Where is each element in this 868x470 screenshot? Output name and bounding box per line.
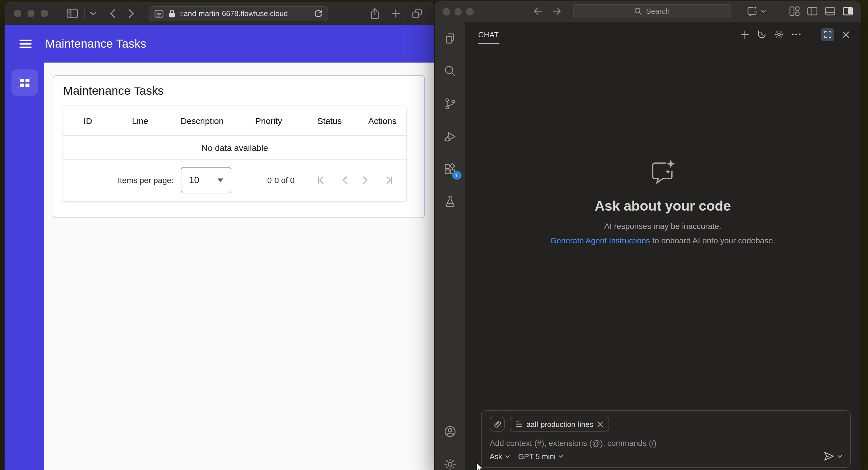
window-minimize-button[interactable] [454,8,462,15]
customize-layout-icon[interactable] [789,6,800,16]
attach-context-button[interactable] [490,417,505,432]
mode-dropdown[interactable]: Ask [490,452,509,461]
activity-bar-bottom [442,424,458,470]
context-chip[interactable]: aall-production-lines [510,417,609,432]
column-header-line[interactable]: Line [113,116,167,125]
navigate-back-icon[interactable] [533,7,542,15]
back-button[interactable] [110,9,116,19]
activity-bar: 1 [435,22,465,470]
lock-icon [168,9,175,18]
remove-context-icon[interactable] [597,421,603,427]
page-size-select[interactable]: 10 [181,167,231,193]
tab-overview-icon[interactable] [412,9,422,19]
chevron-down-icon [558,455,563,458]
window-close-button[interactable] [443,8,450,15]
send-group [824,451,842,461]
first-page-button[interactable] [317,175,327,185]
send-icon[interactable] [824,451,834,461]
safari-window: sand-martin-6678.flowfuse.cloud [5,2,434,470]
window-minimize-button[interactable] [27,10,34,17]
maximize-panel-button[interactable] [821,28,834,41]
vscode-titlebar: Search [435,1,861,22]
symbol-list-icon [516,421,522,427]
pagination-nav [317,175,394,185]
command-center-search[interactable]: Search [573,4,732,19]
chevron-down-icon[interactable] [90,11,96,15]
generate-agent-instructions-link[interactable]: Generate Agent Instructions [551,236,650,245]
page-menu-icon[interactable] [154,9,163,18]
chat-actions [741,28,849,41]
vscode-window: Search [435,1,861,470]
chat-attachments-row: aall-production-lines [490,417,842,432]
toggle-secondary-sidebar-icon[interactable] [843,7,853,15]
window-close-button[interactable] [14,10,21,17]
chat-settings-gear-icon[interactable] [774,30,784,39]
window-controls [443,8,473,15]
column-header-priority[interactable]: Priority [237,116,301,125]
column-header-actions[interactable]: Actions [358,116,406,125]
mouse-cursor [476,462,485,470]
tab-chat[interactable]: CHAT [477,25,499,43]
new-tab-icon[interactable] [392,9,400,18]
last-page-button[interactable] [384,175,394,185]
search-icon [634,7,642,15]
table-header-row: ID Line Description Priority Status Acti… [63,105,406,136]
forward-button[interactable] [128,9,134,19]
explorer-icon[interactable] [442,30,458,46]
testing-icon[interactable] [442,194,458,210]
context-chip-label: aall-production-lines [526,420,593,429]
toggle-panel-icon[interactable] [825,7,835,15]
actions-divider [811,30,811,39]
model-dropdown[interactable]: GPT-5 mini [518,452,563,461]
window-controls [14,10,48,17]
chat-history-icon[interactable] [757,30,766,39]
chat-panel-header: CHAT [465,22,861,47]
run-debug-icon[interactable] [442,129,458,145]
chat-empty-title: Ask about your code [595,198,731,214]
sidebar-item-tasks[interactable] [11,69,38,96]
chevron-down-icon [505,455,509,458]
share-icon[interactable] [370,8,379,19]
navigate-forward-icon[interactable] [552,7,561,15]
column-header-status[interactable]: Status [301,116,358,125]
copilot-menu[interactable] [746,6,766,17]
hamburger-icon[interactable] [20,39,32,48]
app-header-title: Maintenance Tasks [45,37,146,50]
table-empty-state: No data available [63,136,406,160]
window-zoom-button[interactable] [466,8,473,15]
more-actions-icon[interactable] [792,33,801,36]
source-control-icon[interactable] [442,96,458,112]
chat-input-box[interactable]: aall-production-lines Add context (#), e… [481,410,851,468]
paperclip-icon [493,420,501,429]
close-panel-icon[interactable] [842,31,849,38]
column-header-description[interactable]: Description [167,116,237,125]
sidebar-toggle-icon[interactable] [66,9,78,19]
url-text: sand-martin-6678.flowfuse.cloud [180,9,288,18]
extensions-icon[interactable]: 1 [442,161,458,177]
toggle-primary-sidebar-icon[interactable] [807,7,817,15]
mode-label: Ask [490,452,502,461]
chat-input-placeholder[interactable]: Add context (#), extensions (@), command… [490,438,842,448]
settings-gear-icon[interactable] [442,456,458,470]
reload-icon[interactable] [314,9,322,18]
chat-empty-subtitle: AI responses may be inaccurate. [604,221,721,230]
page-size-value: 10 [189,175,199,185]
tasks-table: ID Line Description Priority Status Acti… [63,105,406,201]
accounts-icon[interactable] [442,424,458,440]
address-bar[interactable]: sand-martin-6678.flowfuse.cloud [148,6,328,21]
previous-page-button[interactable] [341,175,348,185]
select-caret-icon [218,178,224,182]
send-options-chevron-icon[interactable] [838,455,842,458]
card-title: Maintenance Tasks [63,84,414,98]
next-page-button[interactable] [363,175,369,185]
chat-onboard-suffix: to onboard AI onto your codebase. [650,236,775,245]
column-header-id[interactable]: ID [63,116,113,125]
chevron-down-icon [761,9,766,13]
window-zoom-button[interactable] [41,10,48,17]
pagination-range: 0-0 of 0 [260,175,302,185]
search-icon[interactable] [442,63,458,79]
toolbar-divider [84,9,85,19]
chat-empty-state: Ask about your code AI responses may be … [465,47,861,356]
new-chat-icon[interactable] [741,30,749,39]
toolbar-right-group [370,8,422,19]
